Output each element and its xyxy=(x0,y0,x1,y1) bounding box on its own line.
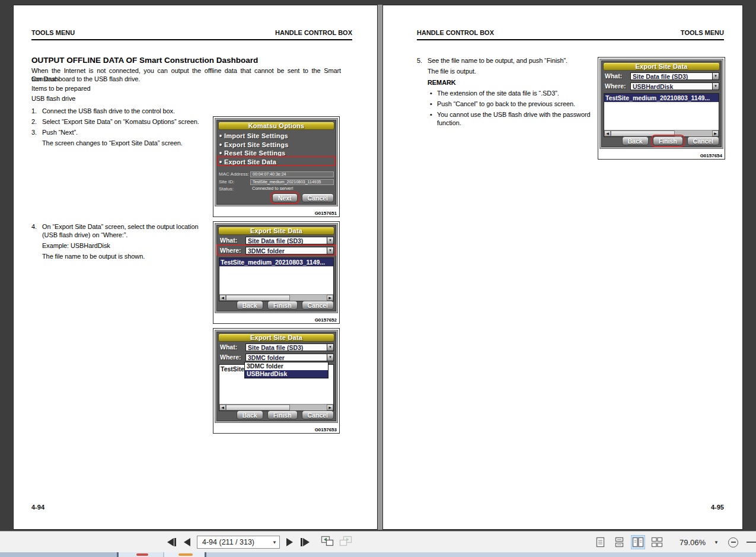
step-list: 5. See the file name to be output, and p… xyxy=(417,57,592,130)
export-site-data-dialog: Export Site Data What: Site Data file (S… xyxy=(215,330,337,422)
scrollbar-thumb xyxy=(226,295,290,301)
single-page-view-button[interactable] xyxy=(593,535,607,549)
next-view-button[interactable] xyxy=(339,536,352,549)
what-row: What: Site Data file (SD3)▼ xyxy=(219,343,334,352)
cancel-button: Cancel xyxy=(302,193,334,202)
figure-caption: G0157652 xyxy=(315,317,337,323)
where-dropdown-list: 3DMC folder USBHardDisk xyxy=(244,362,328,378)
scrollbar-thumb xyxy=(611,131,675,136)
page-number-input[interactable]: 4-94 (211 / 313) ▼ xyxy=(197,536,280,549)
horizontal-scrollbar: ◀ ▶ xyxy=(604,130,719,136)
dialog-title: Komatsu Options xyxy=(218,122,334,130)
step-4: 4. On “Export Site Data” screen, select … xyxy=(31,223,214,260)
viewer-toolbar: 4-94 (211 / 313) ▼ xyxy=(0,531,756,552)
scroll-left-icon: ◀ xyxy=(219,295,226,301)
page-number: 4-95 xyxy=(711,504,724,511)
document-page-right: HANDLE CONTROL BOX TOOLS MENU 5. See the… xyxy=(382,5,743,530)
file-list-item-selected: TestSite_medium_20210803_1149... xyxy=(219,258,333,266)
step-number: 3. xyxy=(31,129,37,137)
where-row: Where: 3DMC folder▼ xyxy=(219,353,334,362)
header-rule xyxy=(417,39,724,40)
finish-button: Finish xyxy=(267,301,298,310)
scroll-right-icon: ▶ xyxy=(712,131,719,136)
scrollbar-thumb xyxy=(226,405,290,410)
two-page-view-button[interactable] xyxy=(631,535,645,549)
where-combobox: 3DMC folder▼ xyxy=(245,354,334,361)
last-page-button[interactable] xyxy=(299,537,311,548)
annotation-highlight-box xyxy=(216,244,336,256)
export-site-data-dialog: Export Site Data What: Site Data file (S… xyxy=(600,59,723,148)
taskbar-segment[interactable] xyxy=(0,552,117,557)
running-header-left: HANDLE CONTROL BOX xyxy=(417,29,494,37)
step-sub-text: The file is output. xyxy=(428,68,592,76)
running-header-left: TOOLS MENU xyxy=(31,29,75,37)
previous-view-button[interactable] xyxy=(321,536,334,549)
next-view-icon xyxy=(339,536,352,546)
dropdown-option-3dmc: 3DMC folder xyxy=(245,362,328,370)
site-id-value: TestSite_medium_20210803_114935 xyxy=(250,179,334,185)
cancel-button: Cancel xyxy=(302,410,334,419)
export-site-data-dialog: Export Site Data What: Site Data file (S… xyxy=(215,224,337,313)
scroll-left-icon: ◀ xyxy=(604,131,611,136)
step-5: 5. See the file name to be output, and p… xyxy=(417,57,592,127)
where-combobox: USBHardDisk▼ xyxy=(630,82,719,90)
previous-page-button[interactable] xyxy=(183,537,192,548)
figure-caption: G0157653 xyxy=(315,427,337,432)
site-id-row: Site ID: TestSite_medium_20210803_114935 xyxy=(219,179,334,186)
running-header-right: TOOLS MENU xyxy=(681,29,724,37)
cancel-button: Cancel xyxy=(302,301,334,310)
cancel-button: Cancel xyxy=(687,136,719,145)
dropdown-arrow-icon: ▼ xyxy=(327,344,333,351)
two-page-continuous-view-button[interactable] xyxy=(650,535,664,549)
what-combobox: Site Data file (SD3)▼ xyxy=(245,237,334,244)
menu-item-import-site-settings: Import Site Settings xyxy=(218,132,335,141)
dialog-title: Export Site Data xyxy=(218,227,334,235)
step-sub-text: The screen changes to “Export Site Data”… xyxy=(42,139,214,148)
taskbar-item-icon xyxy=(136,553,148,556)
taskbar-item[interactable] xyxy=(164,552,205,557)
step-text: Push “Next”. xyxy=(42,129,78,136)
annotation-highlight-box xyxy=(217,156,336,166)
dropdown-option-usbharddisk: USBHardDisk xyxy=(245,370,328,378)
first-page-button[interactable] xyxy=(166,537,177,548)
step-list: 1. Connect the USB flash drive to the co… xyxy=(31,107,214,150)
zoom-slider[interactable] xyxy=(747,542,756,543)
what-combobox: Site Data file (SD3)▼ xyxy=(630,72,719,80)
single-page-icon xyxy=(595,537,605,548)
figure-export-site-data-2: Export Site Data What: Site Data file (S… xyxy=(213,328,340,434)
what-row: What: Site Data file (SD3)▼ xyxy=(604,72,719,81)
what-row: What: Site Data file (SD3)▼ xyxy=(219,236,334,245)
step-sub-text: The file name to be output is shown. xyxy=(42,253,214,261)
zoom-level-value: 79.06% xyxy=(680,538,706,547)
status-value: Connected to server! xyxy=(250,186,334,192)
horizontal-scrollbar: ◀ ▶ xyxy=(219,294,333,301)
taskbar-item[interactable] xyxy=(119,552,163,557)
page-gap xyxy=(378,5,382,530)
next-page-button[interactable] xyxy=(285,537,294,548)
page-dropdown-icon[interactable]: ▼ xyxy=(272,540,277,545)
step-number: 4. xyxy=(31,223,37,231)
mac-address-value: 00:04:07:40:3e:24 xyxy=(250,171,334,177)
where-row: Where: USBHardDisk▼ xyxy=(604,82,719,91)
back-button: Back xyxy=(622,136,649,145)
remark-bullets: •The extension of the site data file is … xyxy=(428,90,592,127)
bullet-icon xyxy=(219,144,222,146)
document-page-left: TOOLS MENU HANDLE CONTROL BOX OUTPUT OFF… xyxy=(13,5,378,530)
section-heading: OUTPUT OFFLINE DATA OF Smart Constructio… xyxy=(31,56,258,65)
dropdown-arrow-icon: ▼ xyxy=(327,237,333,244)
figure-caption: G0157651 xyxy=(315,211,337,216)
taskbar-segment[interactable] xyxy=(206,552,756,557)
step-text: Connect the USB flash drive to the contr… xyxy=(42,107,175,114)
step-3: 3. Push “Next”. The screen changes to “E… xyxy=(31,129,214,148)
zoom-dropdown-icon[interactable]: ▼ xyxy=(714,540,719,545)
continuous-view-button[interactable] xyxy=(612,535,626,549)
bullet-icon xyxy=(219,152,222,154)
what-combobox: Site Data file (SD3)▼ xyxy=(245,343,334,351)
status-row: Status: Connected to server! xyxy=(219,186,334,193)
step-1: 1. Connect the USB flash drive to the co… xyxy=(31,107,214,116)
back-button: Back xyxy=(237,410,263,419)
remark-item: •The extension of the site data file is … xyxy=(428,90,592,98)
file-list: TestSite_medium_20210803_1149... ◀ ▶ xyxy=(219,257,334,301)
zoom-out-button[interactable] xyxy=(728,537,738,548)
prep-label: Items to be prepared xyxy=(31,85,91,93)
